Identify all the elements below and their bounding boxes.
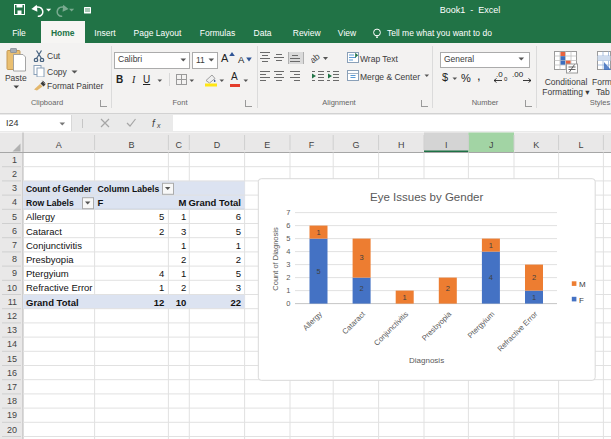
svg-text:Cataract: Cataract (26, 226, 62, 237)
svg-text:2: 2 (159, 226, 164, 237)
svg-text:2: 2 (236, 254, 241, 265)
svg-text:9: 9 (12, 268, 17, 278)
svg-text:4: 4 (159, 268, 164, 279)
svg-text:1: 1 (181, 240, 186, 251)
svg-text:5: 5 (286, 234, 290, 243)
svg-text:1: 1 (181, 211, 186, 222)
svg-text:3: 3 (181, 226, 186, 237)
svg-text:17: 17 (7, 382, 17, 392)
svg-text:.00: .00 (512, 70, 524, 79)
svg-text:7: 7 (286, 208, 290, 217)
svg-text:2: 2 (12, 169, 17, 179)
svg-text:11: 11 (8, 297, 17, 307)
svg-text:Allergy: Allergy (26, 211, 55, 222)
svg-text:2: 2 (532, 273, 536, 282)
svg-text:J: J (489, 140, 494, 150)
svg-text:1: 1 (316, 228, 320, 237)
svg-text:C: C (176, 140, 183, 150)
svg-text:M: M (178, 197, 186, 208)
svg-text:H: H (398, 140, 405, 150)
svg-text:1: 1 (403, 293, 407, 302)
svg-text:2: 2 (181, 282, 186, 293)
svg-text:6: 6 (236, 211, 241, 222)
svg-text:13: 13 (7, 325, 17, 335)
svg-text:Grand Total: Grand Total (188, 197, 241, 208)
svg-text:Column Labels: Column Labels (98, 184, 160, 194)
svg-text:1: 1 (181, 268, 186, 279)
svg-text:Grand Total: Grand Total (26, 297, 79, 308)
svg-text:3: 3 (360, 253, 364, 262)
svg-text:3: 3 (12, 183, 17, 193)
svg-text:F: F (98, 197, 104, 208)
svg-text:19: 19 (7, 410, 17, 420)
svg-text:14: 14 (7, 339, 17, 349)
svg-text:6: 6 (286, 221, 290, 230)
svg-text:f: f (152, 118, 156, 129)
svg-text:4: 4 (489, 273, 493, 282)
svg-text:0: 0 (504, 76, 508, 82)
svg-text:8: 8 (12, 254, 17, 264)
svg-text:18: 18 (7, 396, 17, 406)
svg-text:D: D (214, 140, 221, 150)
svg-text:20: 20 (7, 425, 17, 435)
svg-text:10: 10 (176, 297, 187, 308)
svg-text:Eye Issues by Gender: Eye Issues by Gender (370, 191, 483, 203)
svg-text:15: 15 (7, 354, 17, 364)
svg-text:7: 7 (12, 240, 17, 250)
svg-text:5: 5 (12, 212, 17, 222)
svg-text:10: 10 (7, 283, 17, 293)
svg-text:1: 1 (489, 241, 493, 250)
svg-text:4: 4 (286, 247, 290, 256)
svg-text:5: 5 (236, 226, 241, 237)
svg-text:2: 2 (360, 284, 364, 293)
svg-text:2: 2 (286, 273, 290, 282)
svg-text:5: 5 (316, 267, 320, 276)
svg-text:1: 1 (286, 286, 290, 295)
svg-text:E: E (264, 140, 270, 150)
svg-text:5: 5 (236, 268, 241, 279)
svg-text:1: 1 (159, 282, 164, 293)
svg-text:4: 4 (12, 197, 17, 207)
svg-text:6: 6 (12, 226, 17, 236)
svg-text:0: 0 (286, 299, 290, 308)
svg-text:2: 2 (181, 254, 186, 265)
svg-text:Conjunctivitis: Conjunctivitis (26, 240, 82, 251)
svg-text:.0: .0 (496, 70, 503, 79)
svg-text:3: 3 (286, 260, 290, 269)
svg-text:Refractive Error: Refractive Error (26, 282, 93, 293)
svg-text:2: 2 (446, 284, 450, 293)
svg-text:G: G (352, 140, 359, 150)
svg-text:F: F (309, 140, 315, 150)
svg-text:1: 1 (12, 155, 17, 165)
svg-text:1: 1 (532, 293, 536, 302)
svg-text:M: M (579, 280, 586, 289)
svg-text:A: A (56, 140, 62, 150)
svg-text:22: 22 (230, 297, 241, 308)
svg-text:1: 1 (236, 240, 241, 251)
svg-text:16: 16 (7, 368, 17, 378)
svg-text:I: I (445, 140, 448, 150)
svg-text:B: B (128, 140, 134, 150)
svg-text:Row Labels: Row Labels (26, 198, 74, 208)
svg-text:ab: ab (311, 52, 322, 64)
svg-text:Diagnosis: Diagnosis (409, 356, 444, 365)
svg-text:Presbyopia: Presbyopia (26, 254, 74, 265)
svg-text:12: 12 (154, 297, 165, 308)
svg-text:12: 12 (7, 311, 17, 321)
svg-text:K: K (533, 140, 539, 150)
svg-text:3: 3 (236, 282, 241, 293)
svg-text:x: x (156, 122, 161, 129)
svg-text:Count of Gender: Count of Gender (26, 184, 92, 194)
svg-text:Count of Diagnosis: Count of Diagnosis (271, 227, 280, 291)
svg-text:Ptergyium: Ptergyium (26, 268, 69, 279)
svg-text:F: F (579, 296, 584, 305)
svg-text:L: L (578, 140, 583, 150)
svg-text:5: 5 (159, 211, 164, 222)
